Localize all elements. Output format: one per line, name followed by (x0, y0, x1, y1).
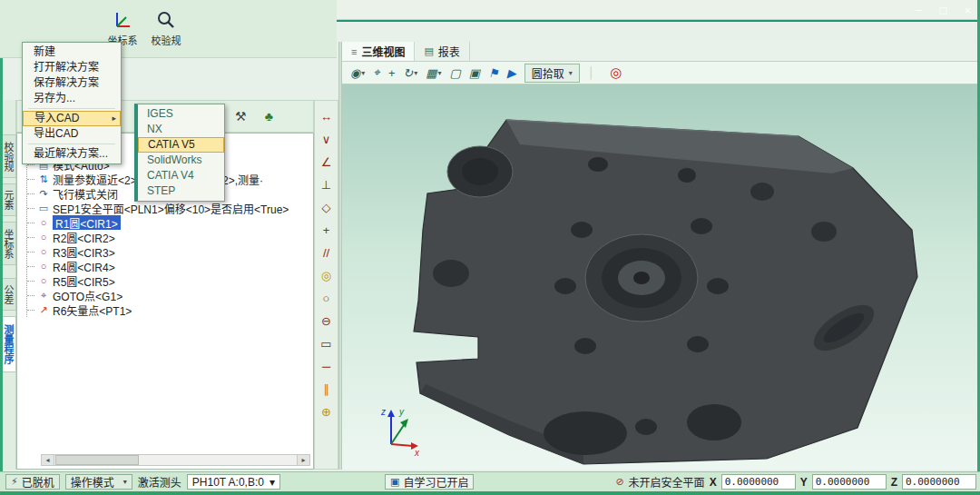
circle-pick-button[interactable]: 圆拾取 ▾ (524, 64, 580, 83)
submenu-item-iges[interactable]: IGES (138, 106, 224, 122)
view-mode-icon[interactable]: ◉▾ (350, 66, 365, 80)
submenu-item-step[interactable]: STEP (138, 183, 224, 199)
submenu-arrow-icon: ▸ (112, 112, 116, 125)
scroll-right-button[interactable]: ▸ (297, 455, 309, 465)
menu-item-label: 打开解决方案 (34, 61, 99, 74)
probe-target-icon[interactable]: ◎ (610, 64, 622, 81)
measure-circle-icon[interactable]: ○ (315, 292, 338, 306)
tree-item-label: GOTO点<G1> (53, 288, 122, 302)
tree-horizontal-scrollbar[interactable]: ◂ ▸ (41, 454, 310, 466)
tree-item-circle-r2[interactable]: ○R2圆<CIR2> (27, 230, 309, 244)
view-toolbar: ◉▾ ⌖ + ↻▾ ▦▾ ▢ ▣ ⚑ ▶ 圆拾取 ▾ │ ◎ (342, 62, 977, 84)
menu-item-import-cad[interactable]: 导入CAD ▸ (23, 111, 121, 126)
operation-mode-dropdown[interactable]: 操作模式 ▾ (65, 474, 132, 490)
tree-item-circle-r1[interactable]: ○R1圆<CIR1> (27, 215, 309, 230)
y-axis-label: Y (800, 476, 808, 489)
3d-view-icon: ≡ (351, 46, 357, 57)
tab-tolerance[interactable]: 公差 (3, 278, 16, 311)
tree-item-label: SEP1安全平面<PLN1>偏移<10>是否启用<True> (53, 201, 289, 215)
menu-item-label: 导出CAD (34, 127, 78, 140)
gauge-button[interactable]: 校验规 (145, 7, 187, 47)
measure-circle-line-icon[interactable]: ⊖ (315, 314, 338, 329)
tree-item-circle-r4[interactable]: ○R4圆<CIR4> (27, 259, 309, 273)
menu-separator (28, 108, 115, 109)
measure-position-icon[interactable]: ⊕ (315, 405, 338, 420)
menu-item-label: 最近解决方案... (34, 147, 108, 160)
rotate-icon[interactable]: ↻▾ (403, 66, 417, 80)
z-axis-label: Z (891, 476, 897, 489)
menu-item-label: 保存解决方案 (34, 76, 99, 89)
tab-report[interactable]: ▤ 报表 (415, 42, 469, 61)
tree-item-vector-point[interactable]: ↗R6矢量点<PT1> (27, 302, 309, 317)
hammer-icon[interactable]: ⚒ (235, 109, 247, 124)
measure-parallel-lines-icon[interactable]: ∥ (315, 382, 338, 397)
screen-icon[interactable]: ▣ (469, 66, 480, 80)
run-icon[interactable]: ▶ (507, 66, 516, 80)
measure-symmetry-icon[interactable]: ◇ (315, 201, 338, 215)
plane-icon: ▭ (38, 203, 49, 213)
menu-item-open-solution[interactable]: 打开解决方案 (23, 60, 121, 75)
coordinate-system-icon (102, 7, 143, 33)
submenu-item-catia-v4[interactable]: CATIA V4 (138, 168, 224, 183)
statusbar: ⚡ 已脱机 操作模式 ▾ 激活测头 PH10T A:0,B:0 ▾ ▣ 自学习已… (0, 471, 980, 491)
tree-item-circle-r3[interactable]: ○R3圆<CIR3> (27, 244, 309, 259)
tab-elements[interactable]: 元素 (3, 183, 16, 216)
submenu-item-solidworks[interactable]: SolidWorks (138, 153, 224, 168)
tree-item-label: R3圆<CIR3> (53, 244, 115, 259)
solution-menu: 新建 打开解决方案 保存解决方案 另存为... 导入CAD ▸ 导出CAD 最近… (22, 42, 122, 164)
menu-item-label: 导入CAD (34, 112, 79, 124)
toolbar-separator: │ (588, 66, 595, 79)
measure-distance-icon[interactable]: ↔ (315, 110, 338, 124)
tree-item-safety-plane[interactable]: ▭SEP1安全平面<PLN1>偏移<10>是否启用<True> (27, 201, 309, 215)
measure-intersection-icon[interactable]: + (315, 223, 338, 238)
menu-item-new[interactable]: 新建 (23, 45, 121, 60)
menu-item-label: 另存为... (34, 92, 75, 104)
import-cad-submenu: IGES NX CATIA V5 SolidWorks CATIA V4 STE… (134, 104, 225, 202)
submenu-item-nx[interactable]: NX (138, 122, 224, 137)
scrollbar-thumb[interactable] (55, 455, 139, 465)
x-axis-label: X (710, 476, 717, 489)
menu-separator (28, 144, 115, 144)
scroll-left-button[interactable]: ◂ (42, 455, 54, 465)
measure-line-icon[interactable]: ─ (315, 360, 338, 374)
self-learn-status[interactable]: ▣ 自学习已开启 (385, 474, 474, 490)
pan-icon[interactable]: + (388, 66, 396, 80)
fit-view-icon[interactable]: ⌖ (373, 65, 379, 80)
tree-item-label: R5圆<CIR5> (53, 273, 115, 288)
active-probe-dropdown[interactable]: PH10T A:0,B:0 ▾ (187, 474, 280, 490)
side-tab-strip: 校验规 元素 坐标系 公差 测量程序 (3, 100, 16, 470)
tree-item-circle-r5[interactable]: ○R5圆<CIR5> (27, 273, 309, 288)
measure-perpendicular-icon[interactable]: ⊥ (315, 178, 338, 193)
view-cube-icon[interactable]: ▦▾ (426, 66, 441, 80)
select-box-icon[interactable]: ▢ (450, 66, 461, 80)
menu-item-export-cad[interactable]: 导出CAD (23, 126, 121, 142)
tab-measure-program[interactable]: 测量程序 (3, 316, 16, 372)
self-learn-icon: ▣ (390, 476, 399, 488)
close-button[interactable]: × (956, 2, 980, 20)
vector-point-icon: ↗ (38, 304, 49, 315)
tree-item-goto-point[interactable]: ⌖GOTO点<G1> (27, 288, 309, 302)
tree-item-label: 飞行模式关闭 (53, 186, 118, 201)
tab-3d-view[interactable]: ≡ 三维视图 (342, 42, 415, 61)
menu-item-recent-solutions[interactable]: 最近解决方案... (23, 146, 121, 162)
measure-vertex-icon[interactable]: ∠ (315, 155, 338, 170)
menu-item-save-solution[interactable]: 保存解决方案 (23, 75, 121, 91)
tab-gauge[interactable]: 校验规 (3, 134, 16, 178)
submenu-item-catia-v5[interactable]: CATIA V5 (138, 137, 224, 153)
tab-label: 三维视图 (361, 44, 405, 59)
submenu-item-label: CATIA V4 (147, 169, 194, 182)
cad-part-model[interactable] (342, 84, 977, 470)
minimize-button[interactable]: − (906, 2, 931, 20)
tree-plant-icon[interactable]: ♣ (265, 109, 273, 124)
tree-item-label: R4圆<CIR4> (53, 259, 115, 273)
measure-parallel-icon[interactable]: // (315, 246, 338, 261)
measure-concentric-icon[interactable]: ◎ (315, 269, 338, 283)
maximize-button[interactable]: □ (931, 2, 956, 20)
tab-coordinate-systems[interactable]: 坐标系 (3, 222, 16, 265)
flag-icon[interactable]: ⚑ (488, 66, 499, 80)
goto-icon: ⌖ (38, 290, 49, 301)
measure-slot-icon[interactable]: ▭ (315, 337, 338, 351)
menu-item-save-as[interactable]: 另存为... (23, 91, 121, 106)
measure-angle-icon[interactable]: ∨ (315, 133, 338, 147)
3d-viewport[interactable]: z y x (342, 84, 977, 470)
